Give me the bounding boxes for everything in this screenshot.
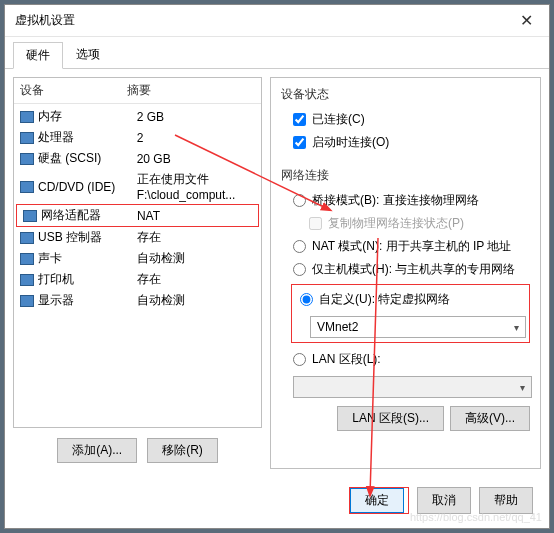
row-usb[interactable]: USB 控制器 存在 (14, 227, 261, 248)
add-button[interactable]: 添加(A)... (57, 438, 137, 463)
nat-label: NAT 模式(N): 用于共享主机的 IP 地址 (312, 238, 511, 255)
titlebar: 虚拟机设置 ✕ (5, 5, 549, 37)
cell-device: 网络适配器 (41, 207, 137, 224)
row-printer[interactable]: 打印机 存在 (14, 269, 261, 290)
cell-device: 处理器 (38, 129, 137, 146)
usb-icon (20, 232, 34, 244)
vm-settings-dialog: 虚拟机设置 ✕ 硬件 选项 设备 摘要 内存 2 GB (4, 4, 550, 529)
ok-highlight: 确定 (349, 487, 409, 514)
cell-device: CD/DVD (IDE) (38, 180, 137, 194)
row-network-adapter[interactable]: 网络适配器 NAT (16, 204, 259, 227)
chevron-down-icon: ▾ (514, 322, 519, 333)
cell-summary: 20 GB (137, 152, 255, 166)
network-connection-section: 网络连接 桥接模式(B): 直接连接物理网络 复制物理网络连接状态(P) NAT… (281, 167, 530, 431)
cell-device: 硬盘 (SCSI) (38, 150, 137, 167)
cell-summary: 自动检测 (137, 250, 255, 267)
netconn-title: 网络连接 (281, 167, 530, 184)
network-icon (23, 210, 37, 222)
row-display[interactable]: 显示器 自动检测 (14, 290, 261, 311)
advanced-button[interactable]: 高级(V)... (450, 406, 530, 431)
cell-summary: 2 (137, 131, 255, 145)
left-actions: 添加(A)... 移除(R) (13, 428, 262, 469)
sound-icon (20, 253, 34, 265)
replicate-label: 复制物理网络连接状态(P) (328, 215, 464, 232)
dialog-body: 设备 摘要 内存 2 GB 处理器 2 (5, 69, 549, 477)
row-sound[interactable]: 声卡 自动检测 (14, 248, 261, 269)
cell-summary: 正在使用文件 F:\cloud_comput... (137, 171, 255, 202)
cell-device: 显示器 (38, 292, 137, 309)
vmnet-selected-value: VMnet2 (317, 320, 358, 334)
row-harddisk[interactable]: 硬盘 (SCSI) 20 GB (14, 148, 261, 169)
ok-button[interactable]: 确定 (350, 488, 404, 513)
cell-summary: NAT (137, 209, 252, 223)
device-status-section: 设备状态 已连接(C) 启动时连接(O) (281, 86, 530, 155)
cell-summary: 存在 (137, 271, 255, 288)
nat-radio-row[interactable]: NAT 模式(N): 用于共享主机的 IP 地址 (281, 236, 530, 259)
device-list: 设备 摘要 内存 2 GB 处理器 2 (13, 77, 262, 428)
header-device: 设备 (20, 82, 127, 99)
bridged-radio[interactable] (293, 194, 306, 207)
footer: 确定 取消 帮助 (5, 477, 549, 528)
lan-segments-button[interactable]: LAN 区段(S)... (337, 406, 444, 431)
hdd-icon (20, 153, 34, 165)
cpu-icon (20, 132, 34, 144)
row-memory[interactable]: 内存 2 GB (14, 106, 261, 127)
lan-segment-label: LAN 区段(L): (312, 351, 381, 368)
connect-poweron-checkbox[interactable] (293, 136, 306, 149)
right-pane: 设备状态 已连接(C) 启动时连接(O) 网络连接 桥接模式(B): 直接连接物… (270, 77, 541, 469)
list-headers: 设备 摘要 (14, 78, 261, 104)
lan-segment-radio-row[interactable]: LAN 区段(L): (281, 349, 530, 372)
chevron-down-icon: ▾ (520, 382, 525, 393)
cell-summary: 存在 (137, 229, 255, 246)
tab-hardware[interactable]: 硬件 (13, 42, 63, 69)
status-title: 设备状态 (281, 86, 530, 103)
hostonly-radio-row[interactable]: 仅主机模式(H): 与主机共享的专用网络 (281, 259, 530, 282)
lan-segment-radio[interactable] (293, 353, 306, 366)
bridged-radio-row[interactable]: 桥接模式(B): 直接连接物理网络 (281, 190, 530, 213)
cell-device: 内存 (38, 108, 137, 125)
tabs: 硬件 选项 (5, 37, 549, 69)
replicate-checkbox-row: 复制物理网络连接状态(P) (281, 213, 530, 236)
nat-radio[interactable] (293, 240, 306, 253)
header-summary: 摘要 (127, 82, 255, 99)
cell-summary: 2 GB (137, 110, 255, 124)
cell-device: 打印机 (38, 271, 137, 288)
vmnet-select[interactable]: VMnet2 ▾ (310, 316, 526, 338)
row-processor[interactable]: 处理器 2 (14, 127, 261, 148)
tab-options[interactable]: 选项 (63, 41, 113, 68)
remove-button[interactable]: 移除(R) (147, 438, 218, 463)
row-cddvd[interactable]: CD/DVD (IDE) 正在使用文件 F:\cloud_comput... (14, 169, 261, 204)
cell-device: 声卡 (38, 250, 137, 267)
hostonly-label: 仅主机模式(H): 与主机共享的专用网络 (312, 261, 515, 278)
connect-poweron-label: 启动时连接(O) (312, 134, 389, 151)
custom-section-highlight: 自定义(U): 特定虚拟网络 VMnet2 ▾ (291, 284, 530, 343)
hostonly-radio[interactable] (293, 263, 306, 276)
cell-device: USB 控制器 (38, 229, 137, 246)
cell-summary: 自动检测 (137, 292, 255, 309)
connect-poweron-checkbox-row[interactable]: 启动时连接(O) (281, 132, 530, 155)
printer-icon (20, 274, 34, 286)
lan-buttons: LAN 区段(S)... 高级(V)... (281, 406, 530, 431)
connected-label: 已连接(C) (312, 111, 365, 128)
replicate-checkbox (309, 217, 322, 230)
custom-radio[interactable] (300, 293, 313, 306)
window-title: 虚拟机设置 (15, 12, 75, 29)
bridged-label: 桥接模式(B): 直接连接物理网络 (312, 192, 479, 209)
left-pane: 设备 摘要 内存 2 GB 处理器 2 (13, 77, 262, 469)
custom-label: 自定义(U): 特定虚拟网络 (319, 291, 450, 308)
connected-checkbox[interactable] (293, 113, 306, 126)
display-icon (20, 295, 34, 307)
memory-icon (20, 111, 34, 123)
device-rows: 内存 2 GB 处理器 2 硬盘 (SCSI) 20 GB (14, 104, 261, 313)
cancel-button[interactable]: 取消 (417, 487, 471, 514)
close-icon[interactable]: ✕ (514, 11, 539, 30)
custom-radio-row[interactable]: 自定义(U): 特定虚拟网络 (298, 289, 523, 312)
help-button[interactable]: 帮助 (479, 487, 533, 514)
lan-segment-select: ▾ (293, 376, 532, 398)
connected-checkbox-row[interactable]: 已连接(C) (281, 109, 530, 132)
cd-icon (20, 181, 34, 193)
